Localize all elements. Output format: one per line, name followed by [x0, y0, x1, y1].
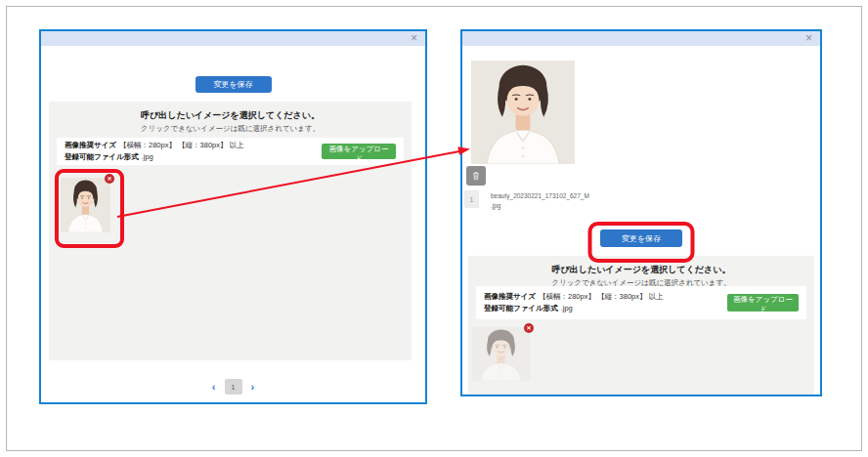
selected-image-preview: [471, 61, 575, 164]
save-changes-button[interactable]: 変更を保存: [195, 76, 272, 93]
format-value: .jpg: [142, 152, 153, 161]
close-icon[interactable]: ×: [805, 31, 812, 46]
file-index: 1: [464, 190, 479, 208]
image-thumbnail-selected: ✕: [472, 327, 530, 381]
delete-image-button[interactable]: [466, 166, 486, 186]
upload-info-box: 画像推奨サイズ【横幅：280px】 【縦：380px】 以上 登録可能ファイル形…: [57, 138, 404, 165]
file-name-base: beauty_20230221_173102_627_M: [491, 192, 589, 199]
screenshot-stage: × 変更を保存 呼び出したいイメージを選択してください。 クリックできないイメー…: [0, 0, 868, 457]
file-name: beauty_20230221_173102_627_M .jpg: [491, 191, 589, 212]
format-value: .jpg: [561, 304, 573, 312]
upload-info-text: 画像推奨サイズ【横幅：280px】 【縦：380px】 以上 登録可能ファイル形…: [65, 140, 244, 162]
image-select-modal-after: ×: [460, 29, 822, 396]
upload-info-text: 画像推奨サイズ【横幅：280px】 【縦：380px】 以上 登録可能ファイル形…: [484, 291, 664, 313]
image-select-panel: 呼び出したいイメージを選択してください。 クリックできないイメージは既に選択され…: [49, 102, 412, 360]
pagination-next-icon[interactable]: ›: [251, 379, 255, 395]
close-icon[interactable]: ×: [411, 31, 417, 46]
image-select-panel: 呼び出したいイメージを選択してください。 クリックできないイメージは既に選択され…: [468, 256, 814, 395]
size-label: 画像推奨サイズ: [484, 292, 536, 301]
modal-header: ×: [462, 31, 820, 46]
panel-subheading: クリックできないイメージは既に選択されています。: [49, 124, 412, 134]
portrait-photo: [61, 178, 110, 232]
save-changes-button[interactable]: 変更を保存: [600, 229, 682, 247]
panel-heading: 呼び出したいイメージを選択してください。: [468, 256, 814, 276]
format-label: 登録可能ファイル形式: [65, 152, 139, 161]
modal-header: ×: [41, 31, 425, 46]
portrait-photo: [471, 61, 575, 164]
image-thumbnail[interactable]: ✕: [61, 178, 110, 232]
remove-image-icon[interactable]: ✕: [524, 323, 534, 333]
upload-image-button[interactable]: 画像をアップロード: [322, 144, 396, 159]
pagination: ‹ 1 ›: [41, 379, 425, 395]
portrait-photo: [472, 327, 530, 381]
format-label: 登録可能ファイル形式: [484, 304, 558, 312]
panel-heading: 呼び出したいイメージを選択してください。: [49, 102, 412, 122]
size-value: 【横幅：280px】 【縦：380px】 以上: [119, 141, 244, 149]
remove-image-icon[interactable]: ✕: [105, 174, 114, 184]
upload-image-button[interactable]: 画像をアップロード: [727, 294, 799, 312]
upload-info-box: 画像推奨サイズ【横幅：280px】 【縦：380px】 以上 登録可能ファイル形…: [476, 286, 806, 319]
image-select-modal-before: × 変更を保存 呼び出したいイメージを選択してください。 クリックできないイメー…: [39, 29, 427, 404]
size-label: 画像推奨サイズ: [65, 141, 116, 149]
file-name-ext: .jpg: [491, 202, 500, 209]
size-value: 【横幅：280px】 【縦：380px】 以上: [539, 292, 664, 301]
pagination-prev-icon[interactable]: ‹: [212, 379, 216, 395]
pagination-page-1[interactable]: 1: [225, 379, 242, 395]
trash-icon: [472, 170, 480, 182]
